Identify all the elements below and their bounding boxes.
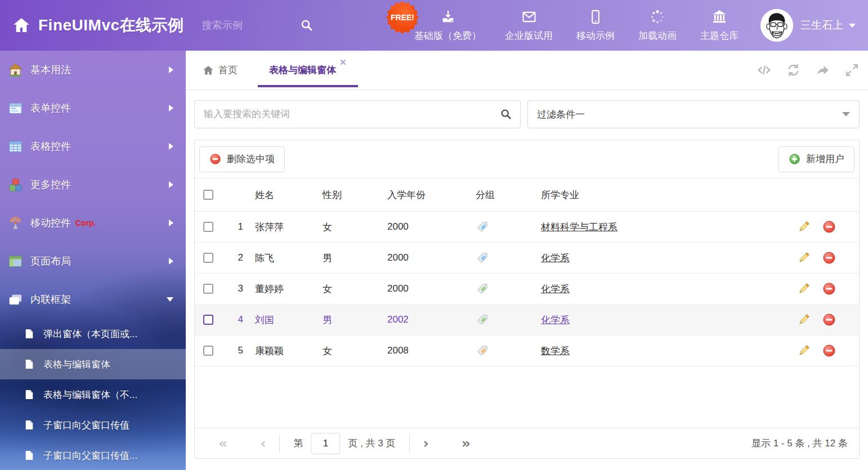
expand-icon[interactable] [845, 63, 859, 77]
tab-home[interactable]: 首页 [195, 51, 245, 89]
delete-icon[interactable] [822, 313, 836, 326]
record-count-summary: 显示 1 - 5 条 , 共 12 条 [751, 437, 848, 450]
grid-toolbar: 删除选中项 新增用户 [195, 140, 859, 178]
next-page-button[interactable]: › [423, 436, 429, 450]
cell-name: 董婷婷 [251, 283, 321, 296]
form-icon [8, 101, 23, 116]
share-icon[interactable] [816, 63, 830, 77]
major-link[interactable]: 数学系 [541, 346, 570, 356]
header-search-input[interactable] [201, 19, 285, 32]
delete-icon[interactable] [822, 282, 836, 296]
last-page-button[interactable]: » [462, 436, 471, 450]
nav-item-theme-store[interactable]: 主题仓库 [688, 9, 750, 42]
sidebar-item-label: 内联框架 [30, 293, 71, 306]
home-icon[interactable] [12, 16, 30, 34]
download-icon [440, 9, 456, 25]
delete-icon[interactable] [822, 251, 836, 265]
sidebar: 基本用法 表单控件 表格控件 更多控件 [0, 51, 186, 470]
tab-bar: 首页 表格与编辑窗体 ✕ [186, 51, 868, 90]
delete-icon[interactable] [822, 344, 836, 357]
tag-icon [473, 220, 538, 234]
table-row[interactable]: 3 董婷婷 女 2000 化学系 [195, 274, 859, 305]
nav-item-mobile-demos[interactable]: 移动示例 [565, 9, 627, 42]
file-icon [24, 419, 35, 431]
chevron-right-icon [169, 143, 173, 150]
antenna-icon [8, 216, 23, 231]
column-header-group: 分组 [473, 189, 538, 202]
first-page-button[interactable]: « [218, 436, 227, 450]
search-icon[interactable] [300, 19, 314, 32]
prev-page-button[interactable]: ‹ [260, 436, 266, 450]
search-icon[interactable] [500, 108, 512, 120]
delete-icon[interactable] [822, 220, 836, 234]
tag-icon [473, 313, 538, 326]
source-code-icon[interactable] [757, 63, 771, 77]
column-header-year: 入学年份 [386, 189, 473, 202]
cell-name: 陈飞 [251, 252, 321, 265]
add-user-label: 新增用户 [806, 153, 844, 165]
sidebar-item-page-layout[interactable]: 页面布局 [0, 242, 186, 280]
sidebar-item-basic-usage[interactable]: 基本用法 [0, 51, 186, 89]
row-number: 3 [229, 283, 251, 294]
row-checkbox[interactable] [203, 315, 213, 325]
table-row[interactable]: 4 刘国 男 2002 化学系 [195, 305, 859, 335]
table-icon [8, 139, 23, 154]
nav-item-loading-animations[interactable]: 加载动画 [627, 9, 688, 42]
app-window: FineUIMvc在线示例 FREE! 基础版（免费） 企 [0, 0, 868, 470]
delete-selected-button[interactable]: 删除选中项 [199, 146, 285, 172]
filter-dropdown-value: 过滤条件一 [537, 108, 585, 121]
sidebar-subitem-grid-edit-window-2[interactable]: 表格与编辑窗体（不... [0, 379, 186, 410]
sidebar-item-more-controls[interactable]: 更多控件 [0, 165, 186, 204]
major-link[interactable]: 化学系 [541, 284, 570, 294]
major-link[interactable]: 化学系 [541, 253, 570, 263]
close-icon[interactable]: ✕ [339, 58, 347, 66]
sidebar-subitem-popup-window[interactable]: 弹出窗体（本页面或... [0, 319, 186, 349]
divider [279, 434, 280, 453]
cell-gender: 女 [321, 344, 386, 357]
sidebar-item-grid-controls[interactable]: 表格控件 [0, 127, 186, 165]
major-link[interactable]: 材料科学与工程系 [541, 222, 618, 232]
sidebar-subitem-child-to-parent[interactable]: 子窗口向父窗口传值 [0, 410, 186, 440]
sidebar-subitem-label: 子窗口向父窗口传值... [43, 449, 137, 462]
add-user-button[interactable]: 新增用户 [778, 146, 854, 172]
table-header: 姓名 性别 入学年份 分组 所学专业 [195, 178, 859, 212]
tab-grid-edit-window[interactable]: 表格与编辑窗体 ✕ [258, 51, 358, 89]
delete-selected-label: 删除选中项 [227, 153, 275, 165]
row-checkbox[interactable] [203, 284, 213, 294]
chevron-down-icon [849, 24, 856, 31]
sidebar-subitem-child-to-parent-2[interactable]: 子窗口向父窗口传值... [0, 440, 186, 470]
sidebar-subitem-grid-edit-window[interactable]: 表格与编辑窗体 [0, 349, 186, 379]
bank-icon [712, 9, 727, 25]
table-row[interactable]: 2 陈飞 男 2000 化学系 [195, 243, 859, 274]
edit-icon[interactable] [797, 344, 811, 357]
user-name: 三生石上 [800, 18, 843, 33]
chevron-down-icon [167, 297, 173, 302]
row-checkbox[interactable] [203, 253, 213, 263]
row-checkbox[interactable] [203, 222, 213, 232]
home-icon [203, 65, 214, 76]
edit-icon[interactable] [797, 282, 811, 296]
page-number-input[interactable] [311, 433, 340, 454]
edit-icon[interactable] [797, 251, 811, 265]
keyword-search-input[interactable] [203, 108, 500, 120]
table-row[interactable]: 5 康颖颖 女 2008 数学系 [195, 335, 859, 366]
table-row[interactable]: 1 张萍萍 女 2000 材料科学与工程系 [195, 212, 859, 243]
user-menu[interactable]: 三生石上 [760, 9, 856, 42]
filter-dropdown[interactable]: 过滤条件一 [527, 100, 860, 128]
nav-item-enterprise-trial[interactable]: 企业版试用 [493, 9, 565, 42]
plus-circle-icon [789, 153, 800, 165]
cubes-icon [8, 177, 23, 193]
select-all-checkbox[interactable] [203, 190, 213, 200]
chevron-down-icon [842, 112, 850, 120]
major-link[interactable]: 化学系 [541, 315, 570, 325]
row-checkbox[interactable] [203, 346, 213, 356]
edit-icon[interactable] [797, 313, 811, 326]
grid-empty-area [195, 366, 859, 428]
sidebar-item-form-controls[interactable]: 表单控件 [0, 89, 186, 127]
refresh-icon[interactable] [786, 63, 800, 77]
edit-icon[interactable] [797, 220, 811, 234]
sidebar-item-mobile-controls[interactable]: 移动控件 Corp. [0, 204, 186, 242]
nav-label: 主题仓库 [700, 29, 739, 42]
sidebar-item-inline-frame[interactable]: 内联框架 [0, 280, 186, 319]
cell-gender: 男 [321, 314, 386, 326]
